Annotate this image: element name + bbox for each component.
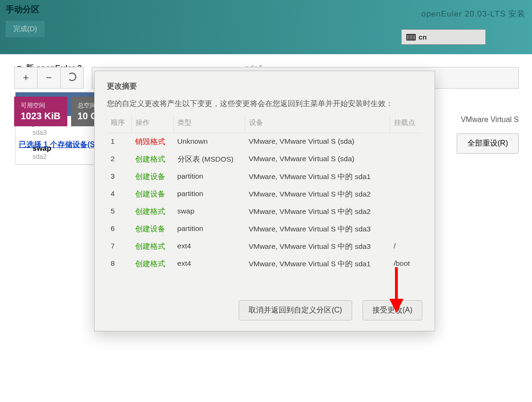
- add-partition-button[interactable]: +: [14, 67, 38, 89]
- cell-device: VMware, VMware Virtual S 中的 sda2: [245, 203, 390, 221]
- cell-type: ext4: [174, 238, 245, 255]
- cell-order: 3: [107, 168, 131, 186]
- cell-order: 8: [107, 255, 131, 273]
- cell-device: VMware, VMware Virtual S 中的 sda1: [245, 168, 390, 186]
- cell-type: swap: [174, 203, 245, 221]
- svg-marker-1: [389, 299, 403, 313]
- cell-op: 创建设备: [131, 221, 174, 238]
- cell-mount: /: [390, 238, 422, 255]
- cell-device: VMware, VMware Virtual S 中的 sda2: [245, 186, 390, 203]
- cell-mount: [390, 203, 422, 221]
- available-space-label: 可用空间: [21, 101, 61, 110]
- reset-all-button[interactable]: 全部重设(R): [457, 133, 519, 154]
- cell-op: 创建设备: [131, 168, 174, 186]
- cell-mount: [390, 133, 422, 151]
- table-row[interactable]: 5创建格式swapVMware, VMware Virtual S 中的 sda…: [107, 203, 422, 221]
- cell-op: 创建格式: [131, 255, 174, 273]
- reload-button[interactable]: [60, 67, 84, 89]
- cell-type: 分区表 (MSDOS): [174, 151, 245, 168]
- table-row[interactable]: 6创建设备partitionVMware, VMware Virtual S 中…: [107, 221, 422, 238]
- table-row[interactable]: 4创建设备partitionVMware, VMware Virtual S 中…: [107, 186, 422, 203]
- cell-mount: [390, 221, 422, 238]
- cell-order: 5: [107, 203, 131, 221]
- cell-mount: [390, 168, 422, 186]
- cell-order: 1: [107, 133, 131, 151]
- col-mount[interactable]: 挂载点: [390, 115, 422, 133]
- done-button[interactable]: 完成(D): [6, 21, 45, 37]
- table-row[interactable]: 7创建格式ext4VMware, VMware Virtual S 中的 sda…: [107, 238, 422, 255]
- table-row[interactable]: 8创建格式ext4VMware, VMware Virtual S 中的 sda…: [107, 255, 422, 273]
- remove-partition-button[interactable]: −: [37, 67, 61, 89]
- cell-op: 创建设备: [131, 186, 174, 203]
- cell-order: 2: [107, 151, 131, 168]
- cell-op: 创建格式: [131, 151, 174, 168]
- cell-op: 创建格式: [131, 203, 174, 221]
- changes-summary-dialog: 更改摘要 您的自定义更改将产生以下变更，这些变更将会在您返回到主菜单并开始安装时…: [94, 71, 435, 331]
- cell-device: VMware, VMware Virtual S 中的 sda3: [245, 238, 390, 255]
- cell-device: VMware, VMware Virtual S 中的 sda3: [245, 221, 390, 238]
- changes-table: 顺序 操作 类型 设备 挂载点 1销毁格式UnknownVMware, VMwa…: [107, 115, 422, 273]
- cell-op: 创建格式: [131, 238, 174, 255]
- cell-type: Unknown: [174, 133, 245, 151]
- partition-toolbar: + −: [14, 67, 83, 89]
- cell-mount: [390, 151, 422, 168]
- product-label: openEuler 20.03-LTS 安装: [421, 8, 525, 19]
- table-row[interactable]: 3创建设备partitionVMware, VMware Virtual S 中…: [107, 168, 422, 186]
- installer-header: 手动分区 完成(D) openEuler 20.03-LTS 安装 cn: [0, 0, 532, 54]
- keyboard-icon: [406, 34, 416, 41]
- available-space-value: 1023 KiB: [21, 111, 61, 122]
- available-space-card: 可用空间 1023 KiB: [14, 97, 67, 126]
- annotation-arrow: [387, 265, 406, 317]
- cell-device: VMware, VMware Virtual S 中的 sda1: [245, 255, 390, 273]
- dialog-title: 更改摘要: [107, 82, 422, 91]
- keyboard-indicator[interactable]: cn: [401, 29, 486, 45]
- keyboard-layout: cn: [419, 33, 427, 41]
- cell-order: 7: [107, 238, 131, 255]
- cell-op: 销毁格式: [131, 133, 174, 151]
- cancel-button[interactable]: 取消并返回到自定义分区(C): [239, 300, 352, 320]
- storage-devices-link[interactable]: 已选择 1 个存储设备(S): [19, 140, 97, 150]
- cell-type: partition: [174, 186, 245, 203]
- reload-icon: [68, 73, 76, 81]
- col-device[interactable]: 设备: [245, 115, 390, 133]
- cell-device: VMware, VMware Virtual S (sda): [245, 133, 390, 151]
- cell-order: 4: [107, 186, 131, 203]
- cell-mount: [390, 186, 422, 203]
- table-row[interactable]: 1销毁格式UnknownVMware, VMware Virtual S (sd…: [107, 133, 422, 151]
- col-order[interactable]: 顺序: [107, 115, 131, 133]
- cell-device: VMware, VMware Virtual S (sda): [245, 151, 390, 168]
- dialog-description: 您的自定义更改将产生以下变更，这些变更将会在您返回到主菜单并开始安装时生效：: [107, 99, 422, 109]
- cell-type: ext4: [174, 255, 245, 273]
- cell-type: partition: [174, 221, 245, 238]
- cell-type: partition: [174, 168, 245, 186]
- col-operation[interactable]: 操作: [131, 115, 174, 133]
- table-row[interactable]: 2创建格式分区表 (MSDOS)VMware, VMware Virtual S…: [107, 151, 422, 168]
- cell-order: 6: [107, 221, 131, 238]
- col-type[interactable]: 类型: [174, 115, 245, 133]
